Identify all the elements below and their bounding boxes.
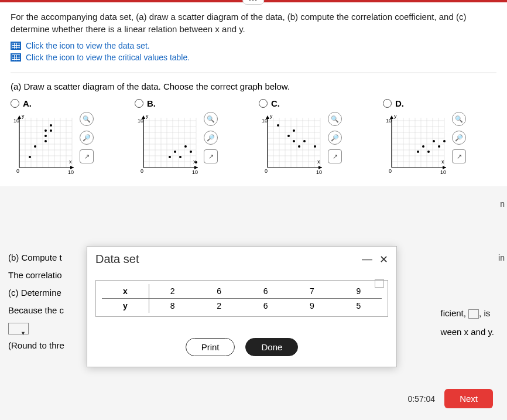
- option-a[interactable]: A.: [11, 98, 124, 108]
- svg-text:x: x: [317, 159, 320, 165]
- modal-title: Data set: [95, 252, 139, 266]
- svg-point-99: [303, 140, 306, 142]
- svg-point-33: [50, 124, 52, 127]
- svg-text:y: y: [22, 113, 25, 119]
- svg-point-64: [184, 145, 187, 148]
- timer: 0:57:04: [407, 394, 435, 404]
- svg-text:0: 0: [265, 168, 268, 174]
- table-cell: 5: [335, 299, 382, 313]
- svg-text:10: 10: [13, 118, 19, 124]
- scatter-d: 10010 yx: [383, 112, 447, 178]
- answer-options: A. 10010 yx: [11, 98, 496, 178]
- svg-text:y: y: [270, 113, 273, 119]
- popout-icon[interactable]: ↗: [204, 149, 218, 163]
- table-cell: 6: [242, 299, 289, 313]
- answer-input[interactable]: [468, 309, 479, 319]
- zoom-out-icon[interactable]: 🔎: [204, 131, 218, 145]
- svg-text:10: 10: [386, 118, 392, 124]
- radio-icon[interactable]: [383, 99, 392, 108]
- zoom-out-icon[interactable]: 🔎: [80, 131, 94, 145]
- collapse-toggle[interactable]: •••: [242, 0, 264, 5]
- radio-icon[interactable]: [11, 99, 19, 108]
- svg-text:10: 10: [68, 169, 74, 175]
- table-cell: 2: [149, 284, 196, 299]
- question-prompt: For the accompanying data set, (a) draw …: [11, 11, 496, 35]
- option-b[interactable]: B.: [135, 98, 248, 108]
- scatter-b: 10010 yx: [135, 112, 199, 178]
- partial-text-right: ficient, , is ween x and y.: [441, 249, 494, 341]
- dataset-modal: Data set — ✕ x 2 6 6 7 9 y 8 2: [87, 246, 397, 367]
- svg-text:10: 10: [138, 118, 143, 124]
- svg-point-129: [422, 145, 424, 148]
- svg-text:10: 10: [316, 169, 322, 175]
- zoom-in-icon[interactable]: 🔍: [204, 112, 218, 126]
- svg-point-30: [44, 135, 47, 137]
- svg-point-66: [195, 161, 197, 163]
- svg-point-100: [314, 145, 316, 148]
- svg-point-132: [438, 145, 440, 148]
- svg-point-65: [190, 151, 192, 153]
- svg-point-96: [293, 140, 295, 142]
- dataset-link-text: Click the icon to view the data set.: [26, 41, 150, 50]
- answer-dropdown[interactable]: [8, 323, 29, 334]
- option-b-label: B.: [147, 98, 156, 108]
- zoom-in-icon[interactable]: 🔍: [328, 112, 342, 126]
- dataset-link[interactable]: Click the icon to view the data set.: [11, 41, 496, 50]
- svg-text:0: 0: [389, 168, 392, 174]
- partial-text-left: (b) Compute t The correlatio (c) Determi…: [8, 249, 64, 354]
- svg-point-133: [443, 140, 446, 142]
- scatter-c: 10010 yx: [259, 112, 323, 178]
- table-cell: 9: [289, 299, 335, 313]
- table-cell: 6: [196, 284, 242, 299]
- data-table: x 2 6 6 7 9 y 8 2 6 9 5: [95, 280, 388, 317]
- option-c[interactable]: C.: [259, 98, 372, 108]
- zoom-in-icon[interactable]: 🔍: [80, 112, 94, 126]
- radio-icon[interactable]: [135, 99, 143, 108]
- svg-point-95: [287, 135, 290, 137]
- svg-point-31: [44, 129, 47, 132]
- svg-text:10: 10: [262, 118, 268, 124]
- svg-point-98: [298, 145, 300, 148]
- popout-icon[interactable]: ↗: [452, 149, 466, 163]
- table-cell: 2: [196, 299, 242, 313]
- table-cell: 7: [289, 284, 335, 299]
- svg-point-61: [169, 156, 171, 158]
- critical-link-text: Click the icon to view the critical valu…: [26, 53, 190, 62]
- option-d-label: D.: [395, 98, 404, 108]
- svg-point-128: [417, 151, 419, 153]
- svg-point-130: [427, 151, 430, 153]
- svg-point-63: [179, 156, 181, 158]
- option-c-label: C.: [271, 98, 280, 108]
- table-cell: 6: [242, 284, 289, 299]
- critical-values-link[interactable]: Click the icon to view the critical valu…: [11, 53, 496, 62]
- print-button[interactable]: Print: [186, 338, 235, 356]
- part-a-text: (a) Draw a scatter diagram of the data. …: [11, 81, 496, 91]
- zoom-out-icon[interactable]: 🔎: [452, 131, 466, 145]
- table-cell: 8: [149, 299, 196, 313]
- svg-text:x: x: [441, 159, 444, 165]
- svg-text:y: y: [146, 113, 149, 119]
- table-icon: [11, 53, 21, 62]
- svg-text:x: x: [69, 159, 72, 165]
- option-d[interactable]: D.: [383, 98, 496, 108]
- scatter-a: 10010 yx: [11, 112, 75, 178]
- edge-text: n: [500, 199, 505, 209]
- svg-point-28: [34, 145, 36, 148]
- next-button[interactable]: Next: [444, 389, 493, 408]
- copy-icon[interactable]: [375, 279, 384, 288]
- svg-point-97: [293, 129, 295, 132]
- edge-text: in: [498, 253, 505, 262]
- zoom-in-icon[interactable]: 🔍: [452, 112, 466, 126]
- minimize-icon[interactable]: —: [362, 253, 372, 266]
- radio-icon[interactable]: [259, 99, 268, 108]
- popout-icon[interactable]: ↗: [80, 149, 94, 163]
- done-button[interactable]: Done: [245, 338, 298, 356]
- close-icon[interactable]: ✕: [379, 253, 388, 266]
- svg-point-131: [433, 140, 435, 142]
- svg-text:10: 10: [440, 169, 446, 175]
- row-header-y: y: [102, 299, 149, 313]
- option-a-label: A.: [23, 98, 32, 108]
- popout-icon[interactable]: ↗: [328, 149, 342, 163]
- zoom-out-icon[interactable]: 🔎: [328, 131, 342, 145]
- row-header-x: x: [102, 284, 149, 299]
